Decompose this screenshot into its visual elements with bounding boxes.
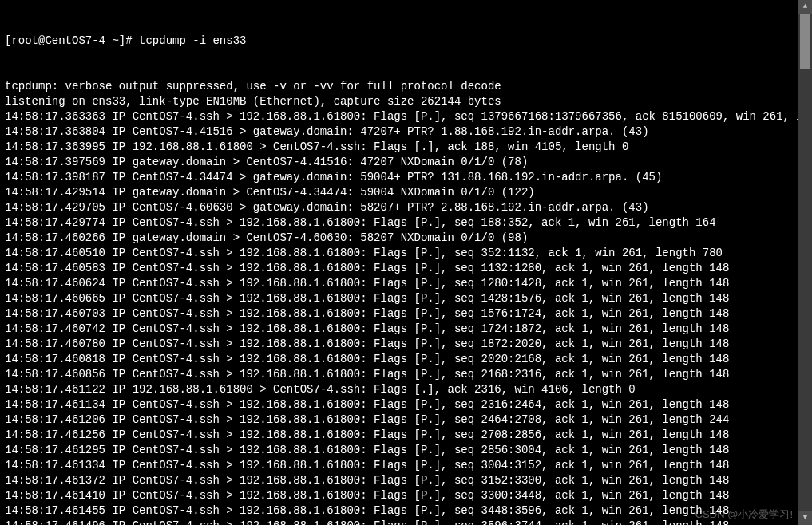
output-line: 14:58:17.460818 IP CentOS7-4.ssh > 192.1… [5,352,795,367]
output-line: 14:58:17.461334 IP CentOS7-4.ssh > 192.1… [5,458,795,473]
output-line: 14:58:17.460742 IP CentOS7-4.ssh > 192.1… [5,322,795,337]
output-line: 14:58:17.461455 IP CentOS7-4.ssh > 192.1… [5,503,795,519]
output-line: 14:58:17.460703 IP CentOS7-4.ssh > 192.1… [5,306,795,322]
output-line: 14:58:17.460856 IP CentOS7-4.ssh > 192.1… [5,367,795,382]
output-line: 14:58:17.461410 IP CentOS7-4.ssh > 192.1… [5,488,795,503]
output-line: 14:58:17.429774 IP CentOS7-4.ssh > 192.1… [5,215,795,231]
output-line: 14:58:17.461206 IP CentOS7-4.ssh > 192.1… [5,412,795,428]
output-line: 14:58:17.461122 IP 192.168.88.1.61800 > … [5,382,795,397]
output-line: 14:58:17.460510 IP CentOS7-4.ssh > 192.1… [5,246,795,261]
output-line: 14:58:17.397569 IP gateway.domain > Cent… [5,155,795,170]
output-line: 14:58:17.460624 IP CentOS7-4.ssh > 192.1… [5,276,795,291]
terminal-window: [root@CentOS7-4 ~]# tcpdump -i ens33 tcp… [0,0,812,525]
output-line: 14:58:17.363995 IP 192.168.88.1.61800 > … [5,140,795,155]
output-line: 14:58:17.398187 IP CentOS7-4.34474 > gat… [5,170,795,185]
output-line: 14:58:17.461372 IP CentOS7-4.ssh > 192.1… [5,473,795,488]
output-line: 14:58:17.460583 IP CentOS7-4.ssh > 192.1… [5,261,795,276]
output-line: 14:58:17.460665 IP CentOS7-4.ssh > 192.1… [5,291,795,306]
output-line: 14:58:17.460266 IP gateway.domain > Cent… [5,231,795,246]
output-line: 14:58:17.461256 IP CentOS7-4.ssh > 192.1… [5,428,795,443]
output-line: 14:58:17.461295 IP CentOS7-4.ssh > 192.1… [5,443,795,458]
scroll-up-icon[interactable]: ▲ [798,0,812,14]
scroll-down-icon[interactable]: ▼ [798,511,812,525]
terminal-output[interactable]: [root@CentOS7-4 ~]# tcpdump -i ens33 tcp… [0,0,798,525]
output-line: 14:58:17.461134 IP CentOS7-4.ssh > 192.1… [5,397,795,412]
output-line: 14:58:17.363363 IP CentOS7-4.ssh > 192.1… [5,109,795,124]
output-line: 14:58:17.429514 IP gateway.domain > Cent… [5,185,795,200]
prompt-line: [root@CentOS7-4 ~]# tcpdump -i ens33 [5,34,795,49]
output-line: 14:58:17.460780 IP CentOS7-4.ssh > 192.1… [5,337,795,352]
output-line: 14:58:17.363804 IP CentOS7-4.41516 > gat… [5,124,795,140]
output-line: 14:58:17.461496 IP CentOS7-4.ssh > 192.1… [5,519,795,525]
output-line: tcpdump: verbose output suppressed, use … [5,79,795,94]
prompt: [root@CentOS7-4 ~]# [5,34,139,47]
vertical-scrollbar[interactable]: ▲ ▼ [798,0,812,525]
command: tcpdump -i ens33 [139,34,246,47]
output-line: listening on ens33, link-type EN10MB (Et… [5,94,795,109]
scroll-thumb[interactable] [800,14,810,69]
output-line: 14:58:17.429705 IP CentOS7-4.60630 > gat… [5,200,795,215]
